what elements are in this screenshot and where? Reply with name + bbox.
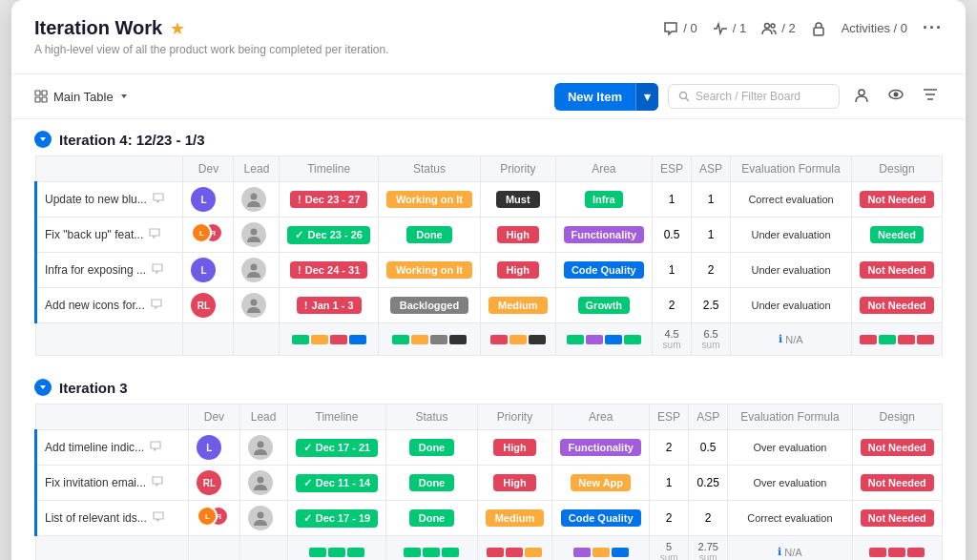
iteration4-title: Iteration 4: 12/23 - 1/3 — [59, 132, 205, 148]
header: Iteration Work ★ / 0 / 1 / 2 — [11, 0, 966, 74]
esp-cell: 1 — [653, 182, 692, 218]
summary-timeline — [280, 323, 378, 356]
status-cell: Done — [386, 466, 477, 501]
eval-cell: Correct evaluation — [731, 182, 852, 218]
summary-eval: ℹN/A — [731, 323, 852, 356]
profile-icon — [853, 86, 870, 103]
team-count: / 2 — [781, 21, 795, 35]
eval-cell: Over evaluation — [728, 466, 852, 501]
col-priority: Priority — [481, 156, 556, 182]
chat-icon[interactable] — [153, 511, 164, 526]
iteration3-toggle[interactable] — [34, 379, 52, 396]
timeline-cell: ! Jan 1 - 3 — [280, 288, 378, 323]
svg-point-18 — [251, 300, 258, 306]
eye-button[interactable] — [883, 82, 908, 111]
iteration4-section: Iteration 4: 12/23 - 1/3 Dev Lead Timeli… — [34, 131, 943, 356]
eval-cell: Over evaluation — [728, 430, 852, 466]
asp-cell: 0.25 — [689, 466, 728, 501]
status-cell: Done — [386, 430, 477, 466]
content: Iteration 4: 12/23 - 1/3 Dev Lead Timeli… — [11, 119, 966, 560]
col-esp: ESP — [653, 156, 692, 182]
col-area: Area — [555, 156, 652, 182]
chat-icon[interactable] — [150, 441, 161, 455]
col-eval: Evaluation Formula — [728, 404, 852, 430]
chat-icon[interactable] — [149, 228, 160, 242]
eye-icon — [887, 86, 904, 103]
eval-cell: Under evaluation — [731, 288, 852, 323]
profile-button[interactable] — [849, 82, 874, 111]
summary-lead — [234, 323, 280, 356]
summary-priority — [477, 536, 552, 561]
item-name-text: Fix "back up" feat... — [45, 228, 143, 241]
iteration4-toggle[interactable] — [34, 131, 52, 148]
chat-icon[interactable] — [152, 476, 163, 490]
chat-icon[interactable] — [152, 263, 163, 278]
summary-esp: 5sum — [650, 536, 689, 561]
col-item — [36, 404, 189, 430]
asp-cell: 2.5 — [692, 288, 731, 323]
iteration4-table: Dev Lead Timeline Status Priority Area E… — [34, 156, 943, 356]
col-area: Area — [552, 404, 650, 430]
timeline-cell: ✓ Dec 11 - 14 — [287, 466, 386, 501]
table-row: List of relevant ids...LR✓ Dec 17 - 19Do… — [36, 501, 943, 536]
main-table-label: Main Table — [53, 90, 114, 104]
svg-point-20 — [257, 477, 263, 484]
esp-cell: 1 — [653, 253, 692, 288]
eval-cell: Under evaluation — [731, 218, 852, 253]
timeline-cell: ✓ Dec 23 - 26 — [280, 218, 378, 253]
summary-design — [852, 536, 942, 561]
comment-stat: / 0 — [663, 21, 696, 36]
summary-status — [386, 536, 477, 561]
status-cell: Backlogged — [378, 288, 480, 323]
item-name-text: Fix invitation emai... — [45, 476, 146, 489]
asp-cell: 0.5 — [689, 430, 728, 466]
chat-icon[interactable] — [151, 299, 162, 313]
svg-rect-2 — [814, 28, 823, 35]
item-name-text: Add timeline indic... — [45, 441, 144, 454]
table-row: Add timeline indic...L✓ Dec 17 - 21DoneH… — [36, 430, 943, 466]
svg-point-15 — [251, 194, 258, 200]
svg-point-11 — [894, 93, 899, 97]
timeline-cell: ✓ Dec 17 - 19 — [287, 501, 386, 536]
area-cell: Code Quality — [555, 253, 652, 288]
filter-button[interactable] — [918, 82, 943, 111]
more-button[interactable]: ··· — [923, 18, 943, 38]
comment-count: / 0 — [683, 21, 696, 35]
col-item — [36, 156, 183, 182]
timeline-cell: ! Dec 24 - 31 — [280, 253, 378, 288]
svg-line-8 — [686, 98, 690, 102]
main-table-button[interactable]: Main Table — [34, 90, 129, 104]
design-cell: Not Needed — [852, 430, 942, 466]
summary-area — [552, 536, 650, 561]
summary-priority — [481, 323, 556, 356]
activities-button[interactable]: Activities / 0 — [842, 21, 907, 35]
summary-empty — [36, 323, 183, 356]
summary-row: 4.5sum6.5sumℹN/A — [36, 323, 943, 356]
summary-timeline — [287, 536, 386, 561]
svg-point-19 — [257, 442, 263, 448]
priority-cell: Must — [481, 182, 556, 218]
header-actions: / 0 / 1 / 2 Activities / 0 ··· — [663, 18, 943, 38]
svg-point-17 — [251, 264, 258, 271]
design-cell: Not Needed — [851, 253, 942, 288]
lead-cell — [239, 466, 287, 501]
summary-asp: 6.5sum — [692, 323, 731, 356]
summary-empty — [36, 536, 189, 561]
col-status: Status — [378, 156, 480, 182]
toolbar: Main Table New Item ▾ Search / Filter Bo… — [11, 74, 966, 119]
team-icon — [761, 21, 777, 36]
new-item-button[interactable]: New Item ▾ — [554, 83, 658, 111]
chat-icon[interactable] — [153, 193, 164, 207]
new-item-arrow[interactable]: ▾ — [635, 83, 658, 111]
eval-cell: Under evaluation — [731, 253, 852, 288]
search-box[interactable]: Search / Filter Board — [668, 84, 840, 109]
col-design: Design — [851, 156, 942, 182]
lead-cell — [234, 218, 280, 253]
status-cell: Working on It — [378, 253, 480, 288]
priority-cell: High — [477, 430, 552, 466]
dev-cell: L — [183, 253, 234, 288]
col-asp: ASP — [692, 156, 731, 182]
col-eval: Evaluation Formula — [731, 156, 852, 182]
esp-cell: 0.5 — [653, 218, 692, 253]
toolbar-right: New Item ▾ Search / Filter Board — [554, 82, 943, 111]
